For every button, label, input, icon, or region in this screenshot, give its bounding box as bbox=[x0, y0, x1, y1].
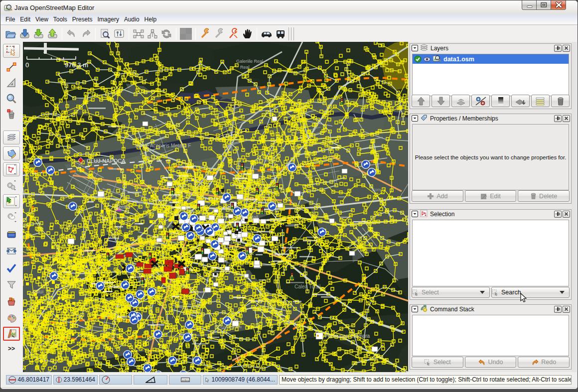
svg-text:Som: Som bbox=[372, 187, 381, 192]
svg-text:pului: pului bbox=[33, 289, 43, 294]
svg-text:me de Acoperis Metalic F: me de Acoperis Metalic F bbox=[135, 143, 191, 148]
svg-text:Pensiunea Calimara: Pensiunea Calimara bbox=[325, 333, 370, 339]
svg-text:Bela: Bela bbox=[272, 252, 281, 257]
svg-text:Iulius Mall: Iulius Mall bbox=[237, 214, 258, 220]
svg-text:B-dul: B-dul bbox=[230, 257, 240, 262]
svg-text:Cluj Napoca: Cluj Napoca bbox=[217, 324, 242, 329]
svg-text:Real: Real bbox=[240, 65, 250, 70]
svg-text:Galeriile Real: Galeriile Real bbox=[236, 59, 263, 64]
svg-text:Centru: Centru bbox=[115, 204, 130, 210]
svg-text:CLUJ-NAPOCA: CLUJ-NAPOCA bbox=[87, 158, 126, 164]
svg-text:976.3 m: 976.3 m bbox=[65, 61, 88, 69]
svg-text:Somesu: Somesu bbox=[257, 157, 274, 162]
svg-text:Calea Turzii: Calea Turzii bbox=[294, 284, 321, 289]
svg-text:0: 0 bbox=[25, 61, 29, 69]
